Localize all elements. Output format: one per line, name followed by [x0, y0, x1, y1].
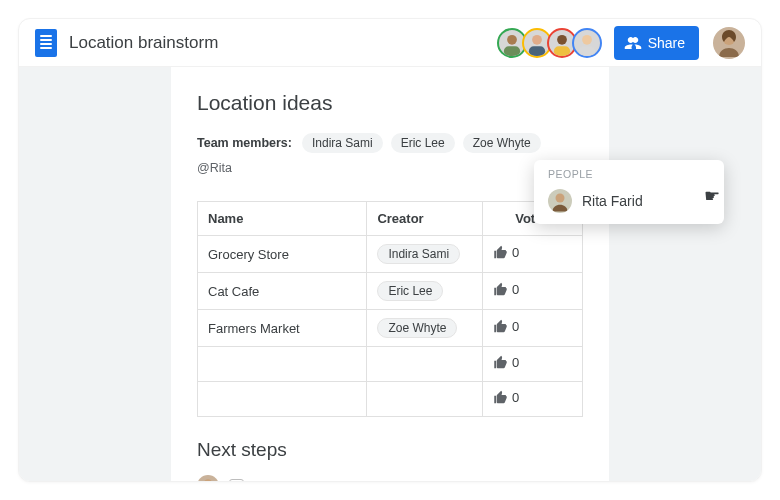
suggestion-avatar — [548, 189, 572, 213]
mention-suggestions-popover: PEOPLE Rita Farid — [534, 160, 724, 224]
cell-name[interactable] — [198, 347, 367, 382]
suggestion-name: Rita Farid — [582, 193, 643, 209]
cell-creator[interactable]: Indira Sami — [367, 236, 483, 273]
collaborator-avatar[interactable] — [572, 28, 602, 58]
cell-votes[interactable]: 0 — [482, 382, 582, 417]
vote-button[interactable]: 0 — [493, 390, 519, 405]
cell-name[interactable]: Farmers Market — [198, 310, 367, 347]
share-button-label: Share — [648, 35, 685, 51]
mention-input-text[interactable]: @Rita — [197, 161, 232, 175]
task-text[interactable]: Schedule meeting with board — [254, 479, 428, 483]
people-icon — [624, 34, 642, 52]
document-title[interactable]: Location brainstorm — [69, 33, 218, 53]
svg-rect-1 — [504, 46, 520, 56]
section-heading-ideas: Location ideas — [197, 91, 583, 115]
cell-creator[interactable]: Zoe Whyte — [367, 310, 483, 347]
cell-votes[interactable]: 0 — [482, 310, 582, 347]
member-chip[interactable]: Eric Lee — [391, 133, 455, 153]
svg-point-10 — [556, 194, 565, 203]
creator-chip[interactable]: Zoe Whyte — [377, 318, 457, 338]
svg-point-4 — [557, 34, 567, 44]
cell-creator[interactable] — [367, 382, 483, 417]
task-date: May 18, 2021 — [438, 479, 520, 483]
vote-button[interactable]: 0 — [493, 319, 519, 334]
team-members-line: Team members: Indira Sami Eric Lee Zoe W… — [197, 133, 583, 175]
task-row: Schedule meeting with board May 18, 2021 — [197, 475, 583, 482]
ideas-table: Name Creator Votes Grocery StoreIndira S… — [197, 201, 583, 417]
document-page: Location ideas Team members: Indira Sami… — [171, 67, 609, 481]
table-header-row: Name Creator Votes — [198, 202, 583, 236]
vote-button[interactable]: 0 — [493, 355, 519, 370]
section-heading-next: Next steps — [197, 439, 583, 461]
svg-rect-3 — [529, 46, 545, 56]
col-creator: Creator — [367, 202, 483, 236]
svg-rect-7 — [579, 46, 595, 56]
task-assignee-avatar[interactable] — [197, 475, 219, 482]
col-name: Name — [198, 202, 367, 236]
ideas-table-body: Grocery StoreIndira Sami 0Cat CafeEric L… — [198, 236, 583, 417]
share-button[interactable]: Share — [614, 26, 699, 60]
cell-name[interactable] — [198, 382, 367, 417]
app-frame: Location brainstorm Share Location ideas… — [18, 18, 762, 482]
vote-button[interactable]: 0 — [493, 282, 519, 297]
mention-suggestion-item[interactable]: Rita Farid — [534, 184, 724, 218]
member-chip[interactable]: Zoe Whyte — [463, 133, 541, 153]
svg-point-6 — [582, 34, 592, 44]
table-row: Grocery StoreIndira Sami 0 — [198, 236, 583, 273]
vote-button[interactable]: 0 — [493, 245, 519, 260]
document-canvas[interactable]: Location ideas Team members: Indira Sami… — [19, 67, 761, 481]
account-avatar[interactable] — [713, 27, 745, 59]
task-checkbox[interactable] — [229, 479, 244, 483]
cell-creator[interactable] — [367, 347, 483, 382]
svg-point-9 — [204, 479, 212, 482]
mention-suggestions-label: PEOPLE — [534, 168, 724, 184]
table-row: 0 — [198, 347, 583, 382]
table-row: Farmers MarketZoe Whyte 0 — [198, 310, 583, 347]
member-chip[interactable]: Indira Sami — [302, 133, 383, 153]
docs-icon — [35, 29, 57, 57]
svg-point-2 — [532, 34, 542, 44]
creator-chip[interactable]: Indira Sami — [377, 244, 460, 264]
cell-votes[interactable]: 0 — [482, 273, 582, 310]
svg-rect-5 — [554, 46, 570, 56]
cell-name[interactable]: Cat Cafe — [198, 273, 367, 310]
cell-name[interactable]: Grocery Store — [198, 236, 367, 273]
table-row: Cat CafeEric Lee 0 — [198, 273, 583, 310]
collaborator-avatars — [502, 28, 602, 58]
creator-chip[interactable]: Eric Lee — [377, 281, 443, 301]
cell-creator[interactable]: Eric Lee — [367, 273, 483, 310]
svg-point-0 — [507, 34, 517, 44]
team-members-label: Team members: — [197, 136, 292, 150]
table-row: 0 — [198, 382, 583, 417]
cell-votes[interactable]: 0 — [482, 347, 582, 382]
cell-votes[interactable]: 0 — [482, 236, 582, 273]
header-bar: Location brainstorm Share — [19, 19, 761, 67]
